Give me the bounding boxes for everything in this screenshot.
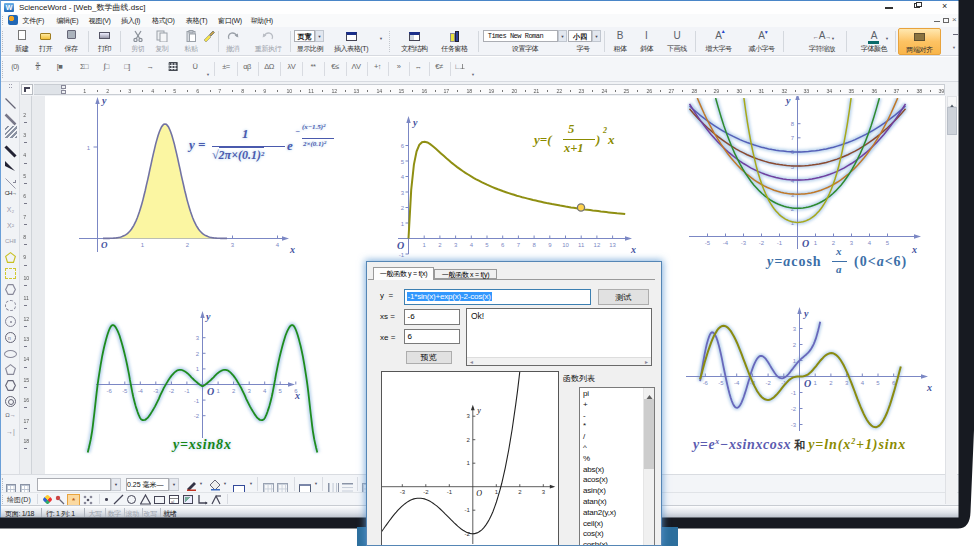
svg-text:-2: -2 — [423, 489, 429, 495]
svg-text:-1: -1 — [446, 489, 452, 495]
svg-text:O: O — [476, 489, 482, 498]
svg-text:1: 1 — [466, 460, 470, 466]
svg-text:1: 1 — [494, 489, 498, 495]
svg-text:-3: -3 — [399, 489, 405, 495]
svg-text:-1: -1 — [464, 507, 470, 513]
svg-text:3: 3 — [466, 413, 470, 419]
svg-text:2: 2 — [466, 437, 470, 443]
svg-text:3: 3 — [541, 489, 545, 495]
svg-text:2: 2 — [518, 489, 522, 495]
svg-text:y: y — [476, 406, 481, 415]
